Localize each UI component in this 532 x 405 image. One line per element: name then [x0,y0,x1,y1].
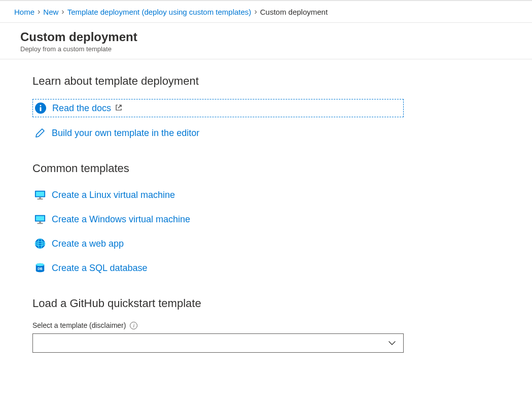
breadcrumb-template-deployment[interactable]: Template deployment (deploy using custom… [67,8,252,16]
learn-section-heading: Learn about template deployment [32,75,500,88]
chevron-right-icon: › [38,7,40,16]
create-web-app-label: Create a web app [52,239,124,249]
info-icon [35,103,46,114]
external-link-icon [115,104,122,113]
chevron-right-icon: › [61,7,64,16]
learn-section: Learn about template deployment Read the… [32,75,500,142]
breadcrumb-new[interactable]: New [43,8,58,16]
page-header: Custom deployment Deploy from a custom t… [0,23,532,59]
read-docs-label: Read the docs [52,103,111,114]
read-docs-link[interactable]: Read the docs [32,99,404,117]
quickstart-section: Load a GitHub quickstart template Select… [32,297,500,353]
vm-icon [34,214,46,225]
common-templates-section: Common templates Create a Linux virtual … [32,162,500,277]
pencil-icon [34,127,46,139]
svg-point-1 [40,105,42,107]
sql-database-icon: DB [34,262,46,274]
breadcrumb: Home › New › Template deployment (deploy… [0,1,532,23]
svg-text:DB: DB [38,267,43,271]
page-subtitle: Deploy from a custom template [20,45,518,53]
chevron-down-icon [388,339,396,347]
svg-rect-10 [38,223,43,224]
svg-point-16 [36,263,45,266]
svg-rect-8 [36,216,45,221]
chevron-right-icon: › [254,7,257,16]
select-template-dropdown[interactable] [32,333,404,353]
create-linux-vm-link[interactable]: Create a Linux virtual machine [32,186,500,204]
select-template-label: Select a template (disclaimer) [32,321,126,329]
create-windows-vm-label: Create a Windows virtual machine [52,214,190,225]
quickstart-heading: Load a GitHub quickstart template [32,297,500,310]
breadcrumb-current: Custom deployment [260,8,328,16]
create-sql-db-label: Create a SQL database [52,263,147,274]
create-windows-vm-link[interactable]: Create a Windows virtual machine [32,211,500,228]
web-app-icon [34,238,46,249]
breadcrumb-home[interactable]: Home [14,8,34,16]
create-web-app-link[interactable]: Create a web app [32,235,500,252]
common-templates-heading: Common templates [32,162,500,175]
svg-rect-4 [36,192,45,196]
vm-icon [34,189,46,200]
build-template-link[interactable]: Build your own template in the editor [32,124,500,142]
build-template-label: Build your own template in the editor [52,128,199,139]
svg-rect-6 [38,198,43,199]
create-linux-vm-label: Create a Linux virtual machine [52,190,175,200]
create-sql-db-link[interactable]: DB Create a SQL database [32,259,500,277]
svg-rect-2 [40,107,42,111]
page-title: Custom deployment [20,30,518,44]
content-area: Learn about template deployment Read the… [0,59,532,393]
svg-rect-9 [39,222,41,223]
info-icon[interactable]: i [130,322,137,329]
svg-rect-5 [39,197,41,199]
select-template-label-row: Select a template (disclaimer) i [32,321,500,329]
